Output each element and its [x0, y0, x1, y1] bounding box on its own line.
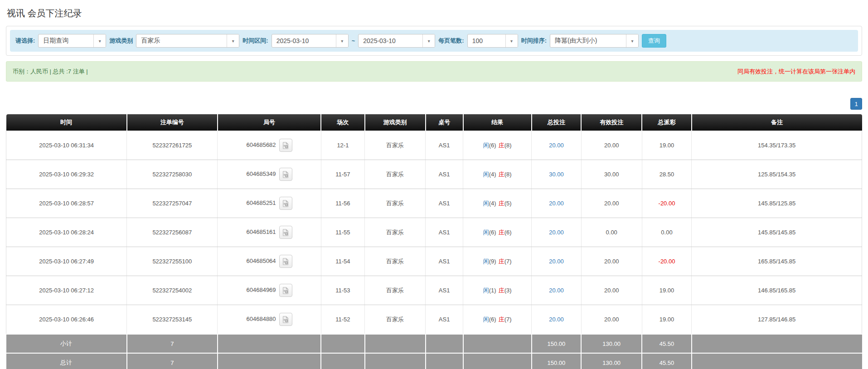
round-id-value: 604685349: [247, 170, 276, 177]
cell-total-bet: 20.00: [532, 218, 582, 247]
total-bet-link[interactable]: 30.00: [549, 171, 564, 178]
round-id-value: 604684969: [247, 286, 276, 293]
page-button-1[interactable]: 1: [850, 98, 862, 110]
page-size-label: 每页笔数:: [438, 37, 464, 45]
banker-label: 庄: [499, 200, 504, 207]
table-row: 2025-03-10 06:28:57 522327257047 6046852…: [6, 189, 862, 218]
player-score: (6): [489, 229, 496, 236]
cell-bet-id: 522327254002: [127, 276, 218, 305]
cell-game-type: 百家乐: [365, 189, 426, 218]
col-note: 备注: [692, 114, 862, 131]
banker-score: (7): [504, 316, 512, 323]
cell-time: 2025-03-10 06:27:12: [6, 276, 127, 305]
cell-total-bet: 20.00: [532, 131, 582, 160]
page-size-select[interactable]: 100 ▾: [467, 34, 518, 48]
query-type-label: 请选择:: [15, 37, 35, 45]
game-type-label: 游戏类别: [109, 37, 133, 45]
cell-round-id: 604685349: [218, 160, 321, 189]
date-to-value: 2025-03-10: [359, 37, 422, 44]
video-replay-button[interactable]: [279, 313, 292, 326]
total-label: 总计: [6, 353, 127, 369]
cell-session: 11-52: [321, 305, 364, 335]
search-button[interactable]: 查询: [642, 34, 666, 48]
table-row: 2025-03-10 06:27:49 522327255100 6046850…: [6, 247, 862, 276]
total-bet-link[interactable]: 20.00: [549, 258, 564, 265]
cell-session: 11-56: [321, 189, 364, 218]
video-replay-button[interactable]: [279, 284, 292, 297]
player-label: 闲: [483, 287, 489, 294]
banker-score: (6): [504, 229, 512, 236]
cell-valid-bet: 0.00: [581, 218, 642, 247]
banker-score: (3): [504, 287, 512, 294]
date-to-select[interactable]: 2025-03-10 ▾: [358, 34, 435, 48]
total-total-bet: 150.00: [532, 353, 582, 369]
player-score: (4): [489, 200, 496, 207]
cell-note: 165.85/145.85: [692, 247, 862, 276]
col-result: 结果: [463, 114, 532, 131]
notice-text: 同局有效投注，统一计算在该局第一张注单内: [737, 68, 855, 76]
filter-panel: 请选择: 日期查询 ▾ 游戏类别 百家乐 ▾ 时间区间: 2025-03-10 …: [6, 26, 862, 56]
banker-label: 庄: [499, 171, 504, 178]
cell-result: 闲(6)庄(7): [463, 305, 532, 335]
total-count: 7: [127, 353, 218, 369]
cell-bet-id: 522327255100: [127, 247, 218, 276]
film-document-icon: [282, 258, 289, 265]
cell-valid-bet: 20.00: [581, 305, 642, 335]
subtotal-valid-bet: 130.00: [581, 334, 642, 353]
video-replay-button[interactable]: [279, 255, 292, 268]
chevron-down-icon: ▾: [422, 34, 435, 47]
video-replay-button[interactable]: [279, 168, 292, 181]
cell-bet-id: 522327257047: [127, 189, 218, 218]
date-from-select[interactable]: 2025-03-10 ▾: [272, 34, 349, 48]
video-replay-button[interactable]: [279, 197, 292, 210]
chevron-down-icon: ▾: [626, 34, 638, 47]
banker-score: (7): [504, 258, 512, 265]
query-type-select[interactable]: 日期查询 ▾: [38, 34, 106, 48]
table-header: 时间 注单编号 局号 场次 游戏类别 桌号 结果 总投注 有效投注 总派彩 备注: [6, 114, 862, 131]
video-replay-button[interactable]: [279, 139, 292, 152]
banker-label: 庄: [499, 142, 504, 149]
table-footer: 小计 7 150.00 130.00 45.50 总计 7 150.00 130…: [6, 334, 862, 369]
cell-valid-bet: 20.00: [581, 189, 642, 218]
cell-result: 闲(1)庄(3): [463, 276, 532, 305]
total-payout: 45.50: [642, 353, 692, 369]
cell-result: 闲(6)庄(6): [463, 218, 532, 247]
cell-round-id: 604685064: [218, 247, 321, 276]
total-bet-link[interactable]: 20.00: [549, 200, 564, 207]
cell-total-bet: 20.00: [532, 247, 582, 276]
col-bet-id: 注单编号: [127, 114, 218, 131]
cell-note: 145.85/145.85: [692, 218, 862, 247]
round-id-value: 604685161: [247, 228, 276, 235]
total-bet-link[interactable]: 20.00: [549, 229, 564, 236]
table-row: 2025-03-10 06:26:46 522327253145 6046848…: [6, 305, 862, 335]
cell-bet-id: 522327261725: [127, 131, 218, 160]
cell-bet-id: 522327258030: [127, 160, 218, 189]
cell-session: 11-55: [321, 218, 364, 247]
cell-round-id: 604684880: [218, 305, 321, 335]
total-bet-link[interactable]: 20.00: [549, 142, 564, 149]
cell-round-id: 604685682: [218, 131, 321, 160]
currency-total-text: 币别：人民币 | 总共 :7 注单 |: [13, 68, 88, 76]
date-from-value: 2025-03-10: [272, 37, 336, 44]
total-bet-link[interactable]: 20.00: [549, 287, 564, 294]
cell-note: 146.85/165.85: [692, 276, 862, 305]
film-document-icon: [282, 287, 289, 294]
game-type-select[interactable]: 百家乐 ▾: [136, 34, 239, 48]
player-label: 闲: [483, 258, 489, 265]
video-replay-button[interactable]: [279, 226, 292, 239]
subtotal-row: 小计 7 150.00 130.00 45.50: [6, 334, 862, 353]
sort-order-value: 降冪(由大到小): [550, 37, 626, 45]
cell-note: 127.85/146.85: [692, 305, 862, 335]
film-document-icon: [282, 171, 289, 178]
total-bet-link[interactable]: 20.00: [549, 316, 564, 323]
cell-table-no: AS1: [426, 131, 463, 160]
range-separator: ~: [352, 38, 355, 44]
total-valid-bet: 130.00: [581, 353, 642, 369]
cell-session: 11-53: [321, 276, 364, 305]
film-document-icon: [282, 200, 289, 207]
subtotal-total-bet: 150.00: [532, 334, 582, 353]
chevron-down-icon: ▾: [93, 34, 106, 47]
cell-game-type: 百家乐: [365, 218, 426, 247]
total-row: 总计 7 150.00 130.00 45.50: [6, 353, 862, 369]
sort-order-select[interactable]: 降冪(由大到小) ▾: [550, 34, 639, 48]
